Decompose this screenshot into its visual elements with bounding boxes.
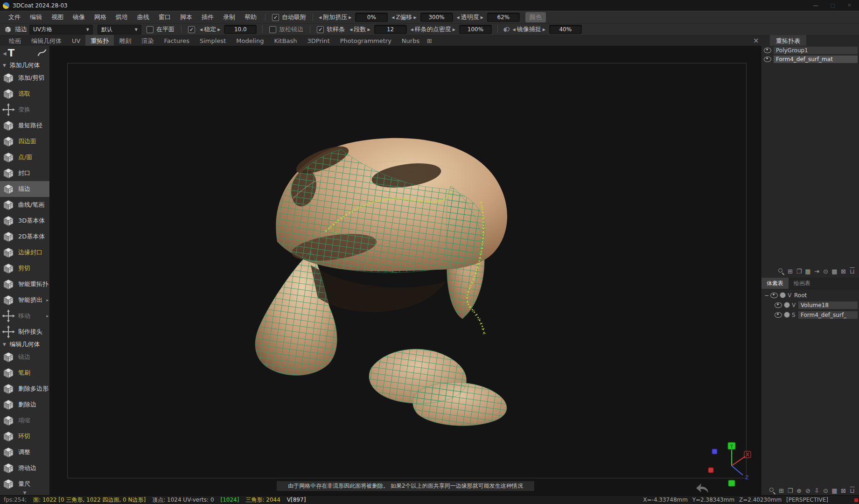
sidebar-tool-item[interactable]: 描边 ▸ bbox=[0, 181, 49, 197]
relax-sharp-toggle[interactable]: 放松锐边 bbox=[269, 25, 303, 34]
dot-circle-icon[interactable]: ⊕ bbox=[796, 487, 802, 494]
menu-item[interactable]: 帮助 bbox=[240, 13, 261, 21]
layer-name[interactable]: Form4_def_surf_mat bbox=[774, 56, 858, 63]
sidebar-tool-item[interactable]: 制作接头 ▸ bbox=[0, 324, 49, 340]
layer-name[interactable]: PolyGroup1 bbox=[774, 47, 858, 54]
sidebar-tool-item[interactable]: 添加/剪切 ▸ bbox=[0, 70, 49, 86]
sidebar-tool-item[interactable]: 删除边 ▸ bbox=[0, 397, 49, 413]
minimize-button[interactable]: — bbox=[813, 2, 818, 8]
retopo-layer-row[interactable]: PolyGroup1 bbox=[761, 46, 859, 55]
spin-left-icon[interactable]: ◀ bbox=[319, 15, 321, 20]
auto-snap-toggle[interactable]: ✓ 自动吸附 bbox=[272, 13, 306, 21]
color-button[interactable]: 颜色 bbox=[525, 12, 546, 22]
checkbox-icon[interactable]: ✓ bbox=[317, 26, 324, 33]
sidebar-tool-item[interactable]: 边缘封口 ▸ bbox=[0, 245, 49, 260]
menu-item[interactable]: 视图 bbox=[47, 13, 68, 21]
workspace-tab[interactable]: 重拓扑 bbox=[85, 35, 114, 47]
section-collapse-icon[interactable]: ▼ bbox=[3, 63, 6, 68]
workspace-tab[interactable]: 3DPrint bbox=[302, 35, 335, 47]
sidebar-tool-item[interactable]: 曲线/笔画 ▸ bbox=[0, 197, 49, 213]
menu-item[interactable]: 编辑 bbox=[25, 13, 47, 21]
sidebar-tool-item[interactable]: 2D基本体 ▸ bbox=[0, 229, 49, 245]
workspace-tab[interactable]: Nurbs bbox=[397, 35, 425, 47]
retopo-layer-row[interactable]: Form4_def_surf_mat bbox=[761, 55, 859, 63]
section-collapse-icon[interactable]: ▼ bbox=[3, 342, 6, 347]
scene-tree-row[interactable]: S Form4_def_surf_ bbox=[761, 310, 859, 320]
spin-right-icon[interactable]: ▶ bbox=[481, 15, 483, 20]
brush-icon[interactable] bbox=[37, 49, 47, 58]
collapse-minus-icon[interactable]: − bbox=[764, 292, 768, 299]
preset-dropdown[interactable]: 默认 ▼ bbox=[98, 25, 141, 35]
sidebar-tool-item[interactable]: 智能挤出 ▸ bbox=[0, 292, 49, 308]
workspace-tab[interactable]: Photogrammetry bbox=[335, 35, 397, 47]
sidebar-tool-item[interactable]: 笔刷 ▸ bbox=[0, 365, 49, 381]
workspace-tab[interactable]: 渲染 bbox=[136, 35, 159, 47]
menu-item[interactable]: 网格 bbox=[90, 13, 111, 21]
warning-circle-icon[interactable]: ⊙ bbox=[823, 267, 829, 275]
spin-left-icon[interactable]: ◀ bbox=[457, 15, 460, 20]
checkbox-icon[interactable] bbox=[269, 26, 276, 33]
checkbox-icon[interactable]: ✓ bbox=[272, 14, 279, 21]
trash-icon[interactable]: ⊔ bbox=[849, 267, 855, 275]
sidebar-tool-item[interactable]: 调整 ▸ bbox=[0, 444, 49, 460]
stabilize-toggle[interactable]: ✓ bbox=[188, 26, 195, 33]
trash-icon[interactable]: ⊔ bbox=[849, 487, 855, 494]
close-tab-icon[interactable]: × bbox=[753, 36, 759, 45]
spin-right-icon[interactable]: ▶ bbox=[453, 28, 455, 32]
dense-grid-icon[interactable]: ▦ bbox=[831, 487, 838, 494]
maximize-button[interactable]: ▢ bbox=[830, 2, 835, 8]
retopo-model[interactable] bbox=[49, 46, 761, 496]
scene-tree-row[interactable]: V Volume18 bbox=[761, 300, 859, 310]
no-draw-icon[interactable]: ⊘ bbox=[805, 487, 811, 494]
dense-grid-icon[interactable]: ▩ bbox=[831, 267, 838, 275]
workspace-tab[interactable]: Modeling bbox=[231, 35, 269, 47]
spin-left-icon[interactable]: ◀ bbox=[200, 28, 203, 32]
menu-item[interactable]: 镜像 bbox=[68, 13, 90, 21]
scroll-down-icon[interactable]: ▼ bbox=[0, 490, 49, 495]
section-header-add-geometry[interactable]: ▼ 添加几何体 bbox=[0, 61, 49, 70]
workspace-tab[interactable]: 绘画 bbox=[4, 35, 26, 47]
spin-right-icon[interactable]: ▶ bbox=[349, 15, 351, 20]
checkbox-icon[interactable]: ✓ bbox=[188, 26, 195, 33]
undo-arrow-icon[interactable] bbox=[694, 483, 710, 494]
search-icon[interactable] bbox=[778, 267, 784, 275]
extrude-value[interactable]: 0% bbox=[355, 13, 388, 22]
workspace-tab[interactable]: 雕刻 bbox=[114, 35, 136, 47]
workspace-tab[interactable]: UV bbox=[67, 35, 85, 47]
sidebar-tool-item[interactable]: 四边面 ▸ bbox=[0, 133, 49, 149]
sidebar-tool-item[interactable]: 3D基本体 ▸ bbox=[0, 213, 49, 229]
node-name[interactable]: Volume18 bbox=[798, 301, 858, 309]
checkbox-icon[interactable] bbox=[147, 26, 154, 33]
spin-right-icon[interactable]: ▶ bbox=[367, 28, 370, 32]
menu-item[interactable]: 窗口 bbox=[154, 13, 175, 21]
menu-item[interactable]: 文件 bbox=[4, 13, 25, 21]
sidebar-tool-item[interactable]: 点/面 ▸ bbox=[0, 149, 49, 165]
visibility-eye-icon[interactable] bbox=[764, 56, 771, 62]
grid-icon[interactable]: ▦ bbox=[805, 267, 811, 275]
import-icon[interactable]: ⇥ bbox=[814, 267, 820, 275]
workspace-tab[interactable]: Factures bbox=[159, 35, 195, 47]
workspace-tab[interactable]: KitBash bbox=[269, 35, 302, 47]
sidebar-tool-item[interactable]: 滑动边 ▸ bbox=[0, 460, 49, 476]
sidebar-tool-item[interactable]: 环切 ▸ bbox=[0, 428, 49, 444]
node-name[interactable]: Form4_def_surf_ bbox=[798, 311, 858, 319]
soft-spline-toggle[interactable]: ✓ 软样条 bbox=[317, 25, 345, 34]
collapse-sidebar-icon[interactable]: ◀ bbox=[3, 51, 7, 56]
retopo-panel-tab[interactable]: 重拓扑表 bbox=[770, 35, 806, 47]
shader-ball-icon[interactable] bbox=[780, 292, 786, 298]
stabilize-value[interactable]: 10.0 bbox=[224, 25, 257, 34]
search-icon[interactable] bbox=[769, 487, 775, 494]
sidebar-tool-item[interactable]: 量尺 ▸ bbox=[0, 476, 49, 492]
add-icon[interactable]: ⊞ bbox=[787, 267, 793, 275]
close-button[interactable]: ✕ bbox=[847, 2, 852, 8]
sidebar-tool-item[interactable]: 移动 ▸ bbox=[0, 308, 49, 324]
mirror-snap-value[interactable]: 40% bbox=[549, 25, 582, 34]
spin-left-icon[interactable]: ◀ bbox=[513, 28, 516, 32]
spline-density-value[interactable]: 100% bbox=[459, 25, 492, 34]
import-down-icon[interactable]: ⇩ bbox=[814, 487, 820, 494]
viewport-3d[interactable]: Y X Z 由于网格中存在非流形因此面将被删除。 如果2个以上的面共享同一边缘那… bbox=[49, 46, 761, 496]
sidebar-tool-item[interactable]: 删除多边形 ▸ bbox=[0, 381, 49, 397]
duplicate-icon[interactable]: ❐ bbox=[787, 487, 793, 494]
node-name[interactable]: Root bbox=[794, 292, 807, 299]
text-tool-icon[interactable]: T bbox=[8, 48, 14, 59]
